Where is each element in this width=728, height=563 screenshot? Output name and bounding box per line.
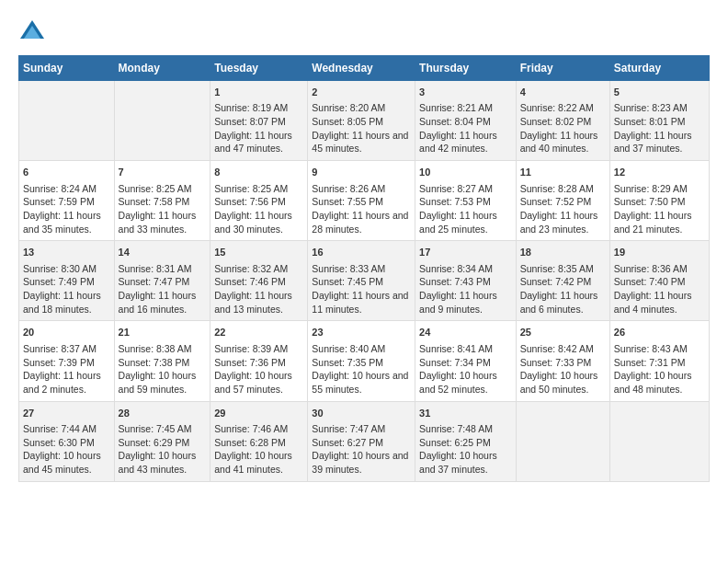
sunrise: Sunrise: 8:33 AM xyxy=(312,263,385,274)
sunset: Sunset: 7:56 PM xyxy=(214,196,286,207)
sunrise: Sunrise: 8:20 AM xyxy=(312,102,385,113)
sunrise: Sunrise: 8:32 AM xyxy=(214,263,288,274)
sunset: Sunset: 7:39 PM xyxy=(23,357,95,368)
day-cell: 24Sunrise: 8:41 AMSunset: 7:34 PMDayligh… xyxy=(415,321,517,401)
daylight: Daylight: 10 hours and 45 minutes. xyxy=(23,450,101,475)
sunset: Sunset: 6:28 PM xyxy=(214,437,286,448)
sunset: Sunset: 7:47 PM xyxy=(119,276,190,287)
day-cell: 26Sunrise: 8:43 AMSunset: 7:31 PMDayligh… xyxy=(609,321,709,401)
sunset: Sunset: 8:07 PM xyxy=(214,116,286,127)
daylight: Daylight: 11 hours and 16 minutes. xyxy=(119,290,197,315)
sunset: Sunset: 7:45 PM xyxy=(312,276,383,287)
day-number: 6 xyxy=(23,166,110,179)
sunrise: Sunrise: 8:42 AM xyxy=(520,343,594,354)
day-cell: 18Sunrise: 8:35 AMSunset: 7:42 PMDayligh… xyxy=(516,241,609,321)
day-cell: 17Sunrise: 8:34 AMSunset: 7:43 PMDayligh… xyxy=(415,241,517,321)
sunrise: Sunrise: 8:24 AM xyxy=(23,183,97,194)
day-number: 3 xyxy=(419,86,512,99)
daylight: Daylight: 10 hours and 48 minutes. xyxy=(614,370,692,395)
sunrise: Sunrise: 8:35 AM xyxy=(520,263,594,274)
sunrise: Sunrise: 7:45 AM xyxy=(119,423,192,434)
daylight: Daylight: 10 hours and 57 minutes. xyxy=(214,370,292,395)
day-number: 27 xyxy=(23,407,110,420)
day-cell: 12Sunrise: 8:29 AMSunset: 7:50 PMDayligh… xyxy=(609,161,709,241)
sunset: Sunset: 7:40 PM xyxy=(614,276,686,287)
daylight: Daylight: 11 hours and 45 minutes. xyxy=(312,130,408,155)
sunset: Sunset: 6:29 PM xyxy=(119,437,190,448)
day-number: 26 xyxy=(614,326,705,339)
daylight: Daylight: 10 hours and 59 minutes. xyxy=(119,370,197,395)
day-number: 24 xyxy=(419,326,512,339)
sunset: Sunset: 7:59 PM xyxy=(23,196,95,207)
day-cell: 11Sunrise: 8:28 AMSunset: 7:52 PMDayligh… xyxy=(516,161,609,241)
daylight: Daylight: 11 hours and 35 minutes. xyxy=(23,210,101,235)
daylight: Daylight: 11 hours and 9 minutes. xyxy=(419,290,497,315)
day-cell: 6Sunrise: 8:24 AMSunset: 7:59 PMDaylight… xyxy=(19,161,115,241)
day-number: 17 xyxy=(419,246,512,259)
sunrise: Sunrise: 8:34 AM xyxy=(419,263,493,274)
daylight: Daylight: 11 hours and 47 minutes. xyxy=(214,130,292,155)
day-number: 9 xyxy=(312,166,411,179)
daylight: Daylight: 11 hours and 2 minutes. xyxy=(23,370,101,395)
header-thursday: Thursday xyxy=(415,56,517,81)
day-number: 18 xyxy=(520,246,606,259)
daylight: Daylight: 11 hours and 6 minutes. xyxy=(520,290,598,315)
sunrise: Sunrise: 8:31 AM xyxy=(119,263,192,274)
day-cell xyxy=(609,401,709,481)
daylight: Daylight: 11 hours and 40 minutes. xyxy=(520,130,598,155)
day-cell xyxy=(19,81,115,161)
day-cell: 31Sunrise: 7:48 AMSunset: 6:25 PMDayligh… xyxy=(415,401,517,481)
week-row-5: 27Sunrise: 7:44 AMSunset: 6:30 PMDayligh… xyxy=(19,401,710,481)
daylight: Daylight: 11 hours and 11 minutes. xyxy=(312,290,408,315)
day-cell: 22Sunrise: 8:39 AMSunset: 7:36 PMDayligh… xyxy=(210,321,308,401)
sunrise: Sunrise: 7:44 AM xyxy=(23,423,97,434)
daylight: Daylight: 10 hours and 37 minutes. xyxy=(419,450,497,475)
day-cell: 30Sunrise: 7:47 AMSunset: 6:27 PMDayligh… xyxy=(308,401,415,481)
day-number: 10 xyxy=(419,166,512,179)
day-number: 13 xyxy=(23,246,110,259)
day-cell: 7Sunrise: 8:25 AMSunset: 7:58 PMDaylight… xyxy=(114,161,210,241)
day-cell: 8Sunrise: 8:25 AMSunset: 7:56 PMDaylight… xyxy=(210,161,308,241)
sunrise: Sunrise: 8:37 AM xyxy=(23,343,97,354)
sunrise: Sunrise: 8:19 AM xyxy=(214,102,288,113)
sunset: Sunset: 7:42 PM xyxy=(520,276,592,287)
day-number: 25 xyxy=(520,326,606,339)
header-monday: Monday xyxy=(114,56,210,81)
sunset: Sunset: 7:35 PM xyxy=(312,357,383,368)
daylight: Daylight: 11 hours and 25 minutes. xyxy=(419,210,497,235)
daylight: Daylight: 11 hours and 21 minutes. xyxy=(614,210,692,235)
sunset: Sunset: 6:25 PM xyxy=(419,437,491,448)
sunrise: Sunrise: 7:47 AM xyxy=(312,423,385,434)
day-number: 23 xyxy=(312,326,411,339)
day-cell: 9Sunrise: 8:26 AMSunset: 7:55 PMDaylight… xyxy=(308,161,415,241)
day-cell: 15Sunrise: 8:32 AMSunset: 7:46 PMDayligh… xyxy=(210,241,308,321)
page-header xyxy=(18,18,710,46)
sunset: Sunset: 7:55 PM xyxy=(312,196,383,207)
day-cell: 13Sunrise: 8:30 AMSunset: 7:49 PMDayligh… xyxy=(19,241,115,321)
header-sunday: Sunday xyxy=(19,56,115,81)
header-tuesday: Tuesday xyxy=(210,56,308,81)
day-number: 29 xyxy=(214,407,303,420)
sunrise: Sunrise: 8:27 AM xyxy=(419,183,493,194)
daylight: Daylight: 10 hours and 41 minutes. xyxy=(214,450,292,475)
sunrise: Sunrise: 8:25 AM xyxy=(214,183,288,194)
day-number: 19 xyxy=(614,246,705,259)
day-cell: 20Sunrise: 8:37 AMSunset: 7:39 PMDayligh… xyxy=(19,321,115,401)
day-cell: 19Sunrise: 8:36 AMSunset: 7:40 PMDayligh… xyxy=(609,241,709,321)
day-cell: 4Sunrise: 8:22 AMSunset: 8:02 PMDaylight… xyxy=(516,81,609,161)
sunset: Sunset: 7:46 PM xyxy=(214,276,286,287)
day-cell: 27Sunrise: 7:44 AMSunset: 6:30 PMDayligh… xyxy=(19,401,115,481)
day-number: 30 xyxy=(312,407,411,420)
daylight: Daylight: 11 hours and 28 minutes. xyxy=(312,210,408,235)
day-number: 22 xyxy=(214,326,303,339)
sunset: Sunset: 7:36 PM xyxy=(214,357,286,368)
header-row: SundayMondayTuesdayWednesdayThursdayFrid… xyxy=(19,56,710,81)
day-cell xyxy=(114,81,210,161)
week-row-4: 20Sunrise: 8:37 AMSunset: 7:39 PMDayligh… xyxy=(19,321,710,401)
day-cell: 28Sunrise: 7:45 AMSunset: 6:29 PMDayligh… xyxy=(114,401,210,481)
day-number: 5 xyxy=(614,86,705,99)
sunrise: Sunrise: 7:46 AM xyxy=(214,423,288,434)
sunrise: Sunrise: 8:39 AM xyxy=(214,343,288,354)
header-friday: Friday xyxy=(516,56,609,81)
week-row-2: 6Sunrise: 8:24 AMSunset: 7:59 PMDaylight… xyxy=(19,161,710,241)
